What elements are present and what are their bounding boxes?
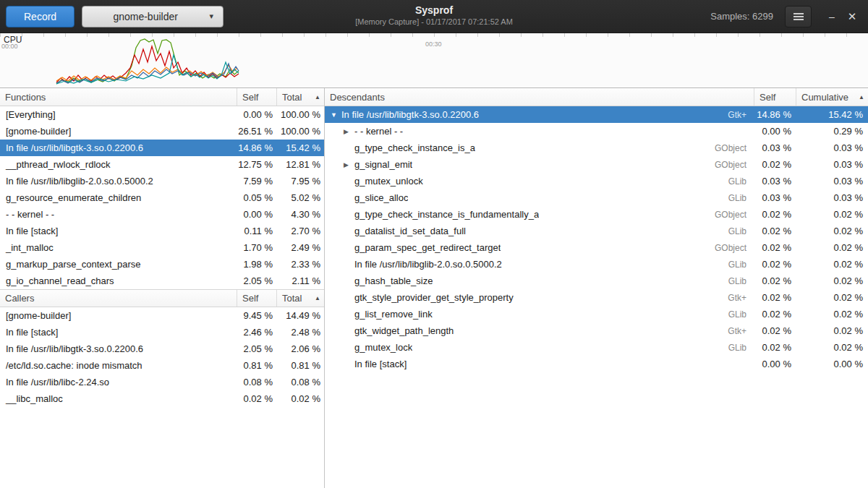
record-button[interactable]: Record <box>6 6 75 27</box>
self-percent: 0.00 % <box>237 109 276 120</box>
self-percent: 0.81 % <box>237 360 276 371</box>
callers-row[interactable]: In file /usr/lib/libgtk-3.so.0.2200.62.0… <box>0 341 324 357</box>
cumulative-percent: 0.02 % <box>796 209 868 220</box>
total-percent: 100.00 % <box>276 126 324 137</box>
callers-column-header[interactable]: Callers <box>0 290 237 307</box>
process-selector-dropdown[interactable]: gnome-builder ▾ <box>82 6 224 27</box>
descendant-name: g_mutex_lock <box>354 342 412 353</box>
descendants-self-column-header[interactable]: Self <box>754 88 796 106</box>
dropdown-arrow-icon: ▾ <box>204 12 218 21</box>
left-pane: Functions Self Total ▲ [Everything]0.00 … <box>0 88 325 488</box>
samples-count: Samples: 6299 <box>710 11 773 22</box>
callers-row[interactable]: In file /usr/lib/libc-2.24.so0.08 %0.08 … <box>0 374 324 390</box>
descendants-row[interactable]: g_datalist_id_set_data_fullGLib0.02 %0.0… <box>325 223 868 239</box>
self-percent: 0.02 % <box>754 275 796 286</box>
sort-ascending-icon: ▲ <box>859 94 864 100</box>
self-percent: 0.00 % <box>754 359 796 369</box>
collapse-arrow-icon[interactable]: ▼ <box>331 111 338 119</box>
functions-row[interactable]: g_io_channel_read_chars2.05 %2.11 % <box>0 273 324 289</box>
expand-arrow-icon[interactable]: ▶ <box>344 128 351 135</box>
cpu-timeline[interactable]: CPU 00:00 00:30 <box>0 33 868 88</box>
menu-button[interactable] <box>785 6 812 27</box>
functions-row[interactable]: In file [stack]0.11 %2.70 % <box>0 223 324 239</box>
functions-row[interactable]: In file /usr/lib/libgtk-3.so.0.2200.614.… <box>0 140 324 156</box>
descendants-row[interactable]: In file [stack]0.00 %0.00 % <box>325 356 868 372</box>
cumulative-percent: 0.03 % <box>796 142 868 153</box>
functions-total-column-header[interactable]: Total ▲ <box>276 88 324 106</box>
descendants-row[interactable]: g_type_check_instance_is_aGObject0.03 %0… <box>325 140 868 156</box>
descendant-name: g_mutex_unlock <box>354 176 423 187</box>
library-badge: GLib <box>728 309 754 320</box>
functions-row[interactable]: [Everything]0.00 %100.00 % <box>0 106 324 123</box>
descendant-name: g_slice_alloc <box>354 192 408 203</box>
self-percent: 1.98 % <box>237 259 276 270</box>
self-percent: 0.02 % <box>754 209 796 220</box>
total-percent: 0.02 % <box>276 393 324 404</box>
library-badge: GObject <box>715 210 754 220</box>
descendants-row[interactable]: ▼In file /usr/lib/libgtk-3.so.0.2200.6Gt… <box>325 106 868 123</box>
library-badge: GLib <box>728 193 754 203</box>
functions-row[interactable]: g_markup_parse_context_parse1.98 %2.33 % <box>0 256 324 273</box>
cumulative-percent: 0.03 % <box>796 176 868 187</box>
callers-row[interactable]: In file [stack]2.46 %2.48 % <box>0 324 324 341</box>
descendants-row[interactable]: ▶g_signal_emitGObject0.02 %0.03 % <box>325 156 868 173</box>
function-name: In file [stack] <box>0 226 237 236</box>
descendants-row[interactable]: ▶- - kernel - -0.00 %0.29 % <box>325 123 868 140</box>
self-percent: 0.02 % <box>754 342 796 353</box>
total-percent: 2.48 % <box>276 327 324 338</box>
descendants-row[interactable]: g_hash_table_sizeGLib0.02 %0.02 % <box>325 273 868 289</box>
functions-row[interactable]: g_resource_enumerate_children0.05 %5.02 … <box>0 189 324 206</box>
descendants-row[interactable]: g_type_check_instance_is_fundamentally_a… <box>325 206 868 223</box>
self-percent: 0.02 % <box>754 259 796 270</box>
descendants-row[interactable]: g_list_remove_linkGLib0.02 %0.02 % <box>325 306 868 322</box>
self-percent: 0.03 % <box>754 192 796 203</box>
descendants-row[interactable]: g_slice_allocGLib0.03 %0.03 % <box>325 189 868 206</box>
function-name: [gnome-builder] <box>0 126 237 137</box>
function-name: In file [stack] <box>0 327 237 338</box>
sysprof-window: Record gnome-builder ▾ Sysprof [Memory C… <box>0 0 868 488</box>
descendants-row[interactable]: g_mutex_unlockGLib0.03 %0.03 % <box>325 173 868 189</box>
self-percent: 0.08 % <box>237 377 276 388</box>
self-percent: 2.05 % <box>237 343 276 354</box>
function-name: In file /usr/lib/libc-2.24.so <box>0 377 237 388</box>
library-badge: Gtk+ <box>728 110 754 120</box>
minimize-button[interactable]: – <box>822 6 842 27</box>
descendant-name: g_param_spec_get_redirect_target <box>354 242 501 253</box>
descendants-row[interactable]: In file /usr/lib/libglib-2.0.so.0.5000.2… <box>325 256 868 273</box>
descendants-row[interactable]: g_mutex_lockGLib0.02 %0.02 % <box>325 339 868 356</box>
total-percent: 4.30 % <box>276 209 324 220</box>
self-percent: 0.02 % <box>754 309 796 320</box>
descendants-row[interactable]: gtk_style_provider_get_style_propertyGtk… <box>325 289 868 306</box>
expand-arrow-icon[interactable]: ▶ <box>344 161 351 168</box>
cumulative-header-label: Cumulative <box>801 92 848 103</box>
functions-row[interactable]: __pthread_rwlock_rdlock12.75 %12.81 % <box>0 156 324 173</box>
process-selector-label: gnome-builder <box>87 11 204 22</box>
function-name: [gnome-builder] <box>0 310 237 321</box>
cumulative-percent: 0.02 % <box>796 309 868 320</box>
callers-total-column-header[interactable]: Total ▲ <box>276 290 324 307</box>
function-name: - - kernel - - <box>0 209 237 220</box>
callers-row[interactable]: /etc/ld.so.cache: inode mismatch0.81 %0.… <box>0 357 324 374</box>
library-badge: GLib <box>728 276 754 286</box>
functions-row[interactable]: - - kernel - -0.00 %4.30 % <box>0 206 324 223</box>
functions-row[interactable]: _int_malloc1.70 %2.49 % <box>0 239 324 256</box>
callers-row[interactable]: [gnome-builder]9.45 %14.49 % <box>0 307 324 324</box>
self-percent: 0.02 % <box>754 242 796 253</box>
callers-self-column-header[interactable]: Self <box>237 290 276 307</box>
self-percent: 7.59 % <box>237 176 276 187</box>
descendants-row[interactable]: gtk_widget_path_lengthGtk+0.02 %0.02 % <box>325 322 868 339</box>
descendants-row[interactable]: g_param_spec_get_redirect_targetGObject0… <box>325 239 868 256</box>
time-label-mid: 00:30 <box>425 40 442 48</box>
descendants-column-header[interactable]: Descendants <box>325 88 754 106</box>
function-name: In file /usr/lib/libgtk-3.so.0.2200.6 <box>0 142 237 153</box>
descendants-cumulative-column-header[interactable]: Cumulative ▲ <box>796 88 868 106</box>
close-button[interactable]: ✕ <box>842 6 862 27</box>
cumulative-percent: 0.02 % <box>796 275 868 286</box>
functions-self-column-header[interactable]: Self <box>237 88 276 106</box>
functions-column-header[interactable]: Functions <box>0 88 237 106</box>
self-percent: 0.05 % <box>237 192 276 203</box>
total-percent: 15.42 % <box>276 142 324 153</box>
functions-row[interactable]: In file /usr/lib/libglib-2.0.so.0.5000.2… <box>0 173 324 189</box>
callers-row[interactable]: __libc_malloc0.02 %0.02 % <box>0 390 324 407</box>
functions-row[interactable]: [gnome-builder]26.51 %100.00 % <box>0 123 324 140</box>
